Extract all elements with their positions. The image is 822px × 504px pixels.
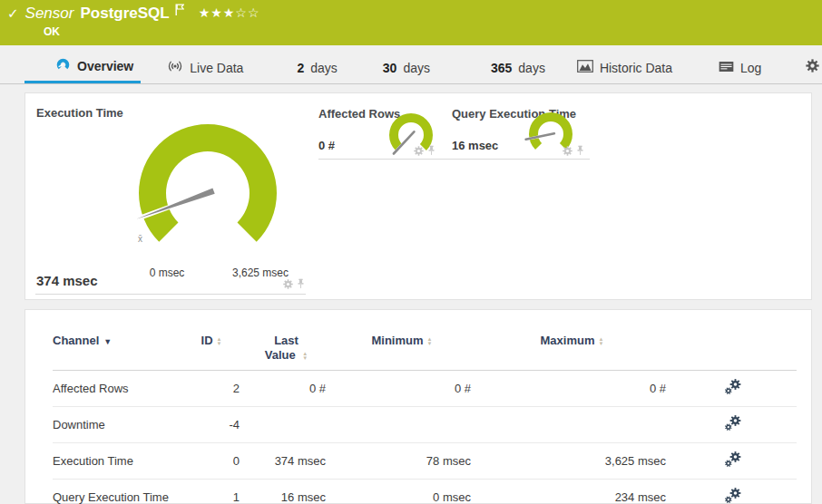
- channel-name: Affected Rows: [53, 371, 180, 407]
- channel-id: 2: [180, 371, 243, 407]
- channel-settings-gears-icon[interactable]: [724, 487, 742, 504]
- tab-settings[interactable]: Settings: [804, 59, 822, 83]
- channels-panel: Channel▼ ID▲▼ Last Value ▲▼ Minimum▲▼ Ma…: [24, 309, 812, 504]
- tab-365-days[interactable]: 365 days: [489, 61, 547, 83]
- column-header-id[interactable]: ID▲▼: [180, 328, 243, 371]
- sort-icon: ▲▼: [302, 352, 308, 361]
- channel-minimum: 0 msec: [329, 480, 475, 504]
- gauge-pin-icon[interactable]: [576, 145, 584, 156]
- tab-live-data[interactable]: Live Data: [165, 60, 245, 83]
- table-row: Affected Rows 2 0 # 0 # 0 #: [53, 371, 797, 407]
- gauge-settings-gear-icon[interactable]: [283, 279, 293, 289]
- stars-filled: ★★★: [199, 5, 236, 20]
- tab-label: days: [403, 61, 430, 75]
- channel-last-value: 0 #: [243, 371, 329, 407]
- channel-last-value: [243, 407, 329, 443]
- tab-label: Overview: [77, 59, 133, 73]
- sort-desc-icon: ▼: [103, 337, 112, 346]
- channel-minimum: [329, 407, 475, 443]
- table-row: Execution Time 0 374 msec 78 msec 3,625 …: [53, 443, 797, 480]
- stars-empty: ☆☆: [235, 5, 259, 20]
- channels-table: Channel▼ ID▲▼ Last Value ▲▼ Minimum▲▼ Ma…: [53, 328, 797, 504]
- column-header-last-value[interactable]: Last Value ▲▼: [243, 328, 329, 371]
- tab-label: days: [518, 61, 545, 75]
- sort-icon: ▲▼: [599, 337, 604, 346]
- channel-name: Downtime: [53, 407, 180, 443]
- gauges-panel: Execution Time x̄ 0 msec 3,625 msec 374 …: [24, 92, 812, 300]
- channel-settings-gears-icon[interactable]: [724, 378, 742, 399]
- sort-icon: ▲▼: [427, 337, 433, 346]
- column-header-maximum[interactable]: Maximum▲▼: [475, 328, 670, 371]
- tab-number: 30: [383, 61, 397, 75]
- tab-overview[interactable]: Overview: [24, 57, 141, 83]
- tab-2-days[interactable]: 2 days: [295, 61, 338, 83]
- channel-settings-gears-icon[interactable]: [724, 451, 742, 471]
- table-row: Query Execution Time 1 16 msec 0 msec 23…: [53, 480, 797, 504]
- sensor-kind-label: Sensor: [25, 5, 74, 23]
- gauge-settings-gear-icon[interactable]: [414, 146, 424, 156]
- gear-icon: [806, 59, 819, 75]
- flag-icon[interactable]: [175, 3, 184, 19]
- average-marker: x̄: [138, 234, 142, 244]
- ok-check-icon: ✓: [7, 5, 19, 22]
- channel-name: Query Execution Time: [53, 480, 180, 504]
- tab-label: Live Data: [190, 61, 243, 75]
- column-header-actions: [670, 328, 797, 371]
- channel-last-value: 374 msec: [243, 443, 329, 480]
- tab-bar: Overview Live Data 2 days 30 days 365 da…: [0, 45, 822, 84]
- priority-stars[interactable]: ★★★☆☆: [199, 5, 260, 20]
- gauge-value-query-execution-time: 16 msec: [452, 139, 498, 152]
- tab-number: 2: [297, 61, 304, 75]
- channel-minimum: 0 #: [329, 371, 475, 407]
- tab-log[interactable]: Log: [717, 61, 763, 83]
- execution-time-gauge: [117, 102, 298, 287]
- table-header-row: Channel▼ ID▲▼ Last Value ▲▼ Minimum▲▼ Ma…: [53, 328, 797, 371]
- tab-number: 365: [491, 61, 512, 75]
- channel-minimum: 78 msec: [329, 443, 475, 480]
- channel-id: 0: [180, 443, 243, 480]
- gauge-pin-icon[interactable]: [427, 145, 435, 156]
- historic-data-icon: [577, 60, 593, 75]
- tab-label: days: [310, 61, 338, 75]
- table-row: Downtime -4: [53, 407, 797, 443]
- column-header-minimum[interactable]: Minimum▲▼: [329, 328, 475, 371]
- tab-label: Log: [740, 61, 761, 75]
- tab-30-days[interactable]: 30 days: [381, 61, 432, 83]
- gauge-value-execution-time: 374 msec: [36, 273, 98, 288]
- channel-maximum: 234 msec: [475, 480, 670, 504]
- channel-id: 1: [180, 480, 243, 504]
- sensor-name: PostgreSQL: [80, 5, 169, 23]
- channel-maximum: 3,625 msec: [475, 443, 670, 480]
- sensor-header: ✓ Sensor PostgreSQL ★★★☆☆ OK: [0, 0, 822, 45]
- channel-id: -4: [180, 407, 243, 443]
- gauge-icon: [55, 57, 71, 75]
- tab-label: Historic Data: [600, 61, 672, 75]
- column-header-channel[interactable]: Channel▼: [53, 328, 180, 371]
- status-badge: OK: [44, 25, 60, 38]
- sort-icon: ▲▼: [217, 337, 222, 346]
- channel-settings-gears-icon[interactable]: [724, 414, 742, 435]
- channel-maximum: [475, 407, 670, 443]
- log-icon: [719, 61, 734, 75]
- gauge-settings-gear-icon[interactable]: [563, 146, 572, 156]
- channel-maximum: 0 #: [475, 371, 670, 407]
- gauge-min-label: 0 msec: [131, 267, 203, 279]
- gauge-pin-icon[interactable]: [297, 278, 305, 289]
- gauge-value-affected-rows: 0 #: [318, 139, 335, 152]
- gauge-max-label: 3,625 msec: [214, 267, 307, 279]
- gauge-title-execution-time: Execution Time: [36, 106, 123, 120]
- query-execution-time-gauge: [522, 105, 580, 167]
- tab-historic-data[interactable]: Historic Data: [575, 60, 674, 83]
- live-data-icon: [167, 60, 183, 75]
- channel-last-value: 16 msec: [243, 480, 329, 504]
- channel-name: Execution Time: [53, 443, 180, 480]
